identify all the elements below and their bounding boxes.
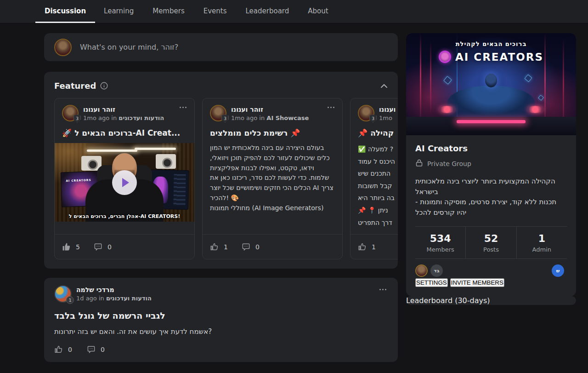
- leaderboard-title: Leaderboard (30-days): [406, 296, 576, 305]
- like-count: 1: [224, 243, 228, 251]
- play-icon[interactable]: [112, 170, 137, 195]
- chevron-up-icon[interactable]: [380, 84, 388, 88]
- like-button[interactable]: 1: [210, 242, 228, 251]
- engagement-bar: 1: [351, 234, 398, 259]
- settings-button[interactable]: SETTINGS: [415, 278, 448, 287]
- post-menu-icon[interactable]: [328, 104, 336, 110]
- like-count: 1: [372, 243, 376, 251]
- member-avatar[interactable]: [537, 264, 549, 277]
- lock-icon: [415, 159, 423, 168]
- member-avatar-initials[interactable]: ש: [552, 264, 564, 277]
- tab-events[interactable]: Events: [203, 0, 228, 23]
- video-caption: אהלן חברים, ברוכים הבאים ל-AI CREATORS!: [55, 213, 194, 219]
- tab-discussion[interactable]: Discussion: [35, 0, 95, 23]
- featured-title: Featured: [54, 81, 96, 91]
- feed-column: What's on your mind, זוהר? Featured 3: [44, 33, 398, 362]
- community-name: AI Creators: [415, 143, 567, 153]
- comment-count: 0: [107, 243, 112, 251]
- community-sidebar: ברוכים הבאים לקהילת AI CREATORS AI Creat…: [406, 33, 576, 305]
- engagement-bar: 5 0: [55, 234, 194, 259]
- feed-post[interactable]: 1 מרדכי שלמה 1d ago in הודעות ועדכונים ל…: [44, 278, 398, 362]
- author-name[interactable]: זוהר וענונו: [83, 106, 164, 113]
- community-description: הקהילה המקצועית ביותר ליוצרי בינה מלאכות…: [415, 176, 567, 218]
- post-meta: 1d ago in: [76, 295, 104, 302]
- info-icon[interactable]: [100, 82, 108, 90]
- comment-button[interactable]: 0: [87, 345, 105, 354]
- engagement-bar: 0 0: [54, 345, 388, 354]
- tabs: Discussion Learning Members Events Leade…: [0, 0, 588, 23]
- author-name[interactable]: מרדכי שלמה: [76, 286, 152, 293]
- featured-card-tools[interactable]: 3 זוהר וענונו 1mo ago in AI Showcase רשי…: [202, 98, 343, 259]
- post-category[interactable]: AI Showcase: [266, 115, 309, 121]
- video-thumbnail[interactable]: AI CREATORS אהלן חברים, ברוכים הבאים ל-A…: [55, 143, 194, 222]
- tab-about[interactable]: About: [307, 0, 329, 23]
- comment-button[interactable]: 0: [94, 242, 112, 251]
- featured-card-community[interactable]: 3 זוהר וענונו 1mo 📌 קהילה ✅ למעלה ? היכנ…: [350, 98, 398, 259]
- member-avatar[interactable]: [521, 264, 534, 277]
- post-body: בעולם היצירה עם בינה מלאכותית יש המון כל…: [203, 143, 342, 234]
- post-title[interactable]: 🚀 ברוכים הבאים ל-AI Creat...: [55, 128, 194, 138]
- leaderboard-card: Leaderboard (30-days): [406, 296, 576, 305]
- comment-count: 0: [255, 243, 260, 251]
- member-avatar[interactable]: [491, 264, 503, 277]
- stat-admin[interactable]: 1 Admin: [516, 227, 567, 258]
- level-badge: 1: [66, 296, 74, 304]
- author-name[interactable]: זוהר וענונו: [231, 106, 309, 113]
- like-button[interactable]: 5: [62, 242, 80, 251]
- community-cover-image[interactable]: ברוכים הבאים לקהילת AI CREATORS: [406, 33, 576, 135]
- level-badge: 3: [369, 115, 377, 123]
- member-avatar[interactable]: [476, 264, 488, 277]
- member-avatar[interactable]: [446, 264, 458, 277]
- community-tab-bar: Discussion Learning Members Events Leade…: [0, 0, 588, 23]
- cover-welcome-text: ברוכים הבאים לקהילת: [406, 40, 576, 47]
- author-name[interactable]: זוהר וענונו: [379, 106, 398, 113]
- stat-members[interactable]: 534 Members: [415, 227, 465, 258]
- post-category[interactable]: הודעות ועדכונים: [119, 115, 164, 121]
- member-avatars: בד ש: [415, 258, 567, 278]
- community-card: ברוכים הבאים לקהילת AI CREATORS AI Creat…: [406, 33, 576, 296]
- post-menu-icon[interactable]: [180, 104, 188, 110]
- engagement-bar: 1 0: [203, 234, 342, 259]
- invite-members-button[interactable]: INVITE MEMBERS: [450, 278, 504, 287]
- brain-icon: [439, 51, 451, 63]
- post-menu-icon[interactable]: [379, 286, 388, 293]
- post-meta: 1mo: [379, 115, 392, 121]
- member-avatar[interactable]: [506, 264, 519, 277]
- post-title[interactable]: 📌 קהילה: [351, 128, 398, 138]
- post-meta: 1mo ago in: [83, 115, 117, 121]
- comment-count: 0: [101, 346, 105, 353]
- like-count: 5: [76, 243, 80, 251]
- post-title[interactable]: לגביי הרשמה של גוגל בלבד: [54, 310, 388, 321]
- post-title[interactable]: רשימת כלים מומלצים 📌: [203, 128, 342, 138]
- comment-button[interactable]: 0: [242, 242, 260, 251]
- tab-members[interactable]: Members: [152, 0, 186, 23]
- featured-card-welcome[interactable]: 3 זוהר וענונו 1mo ago in הודעות ועדכונים…: [54, 98, 195, 259]
- stat-posts[interactable]: 52 Posts: [465, 227, 516, 258]
- cover-brand-text: AI CREATORS: [455, 51, 543, 63]
- level-badge: 3: [74, 115, 81, 123]
- level-badge: 3: [221, 115, 229, 123]
- privacy-label: Private Group: [427, 160, 471, 167]
- tab-leaderboard[interactable]: Leaderboard: [245, 0, 290, 23]
- studio-speaker: [156, 154, 176, 169]
- like-button[interactable]: 1: [358, 242, 376, 251]
- like-count: 0: [68, 346, 72, 353]
- featured-section: Featured 3 זוהר וענונו: [44, 72, 398, 269]
- member-avatar[interactable]: [461, 264, 473, 277]
- post-body: ✅ למעלה ? היכנס ל עמוד התכנים שיש קבל תש…: [351, 143, 398, 234]
- post-composer[interactable]: What's on your mind, זוהר?: [44, 33, 398, 61]
- cover-figure: [447, 86, 535, 120]
- post-meta: 1mo ago in: [231, 115, 265, 121]
- like-button[interactable]: 0: [54, 345, 72, 354]
- community-stats: 534 Members 52 Posts 1 Admin: [415, 226, 567, 258]
- composer-placeholder: What's on your mind, זוהר?: [80, 43, 178, 52]
- post-body: אשמח לדעת איך עושים את זה. והאם יש בזה י…: [54, 327, 388, 336]
- member-avatar-initials[interactable]: בד: [430, 264, 443, 277]
- tab-learning[interactable]: Learning: [103, 0, 135, 23]
- current-user-avatar[interactable]: [54, 39, 72, 56]
- featured-cards-row: 3 זוהר וענונו 1mo ago in הודעות ועדכונים…: [54, 98, 398, 259]
- post-category[interactable]: הודעות ועדכונים: [106, 295, 152, 302]
- member-avatar[interactable]: [415, 264, 428, 277]
